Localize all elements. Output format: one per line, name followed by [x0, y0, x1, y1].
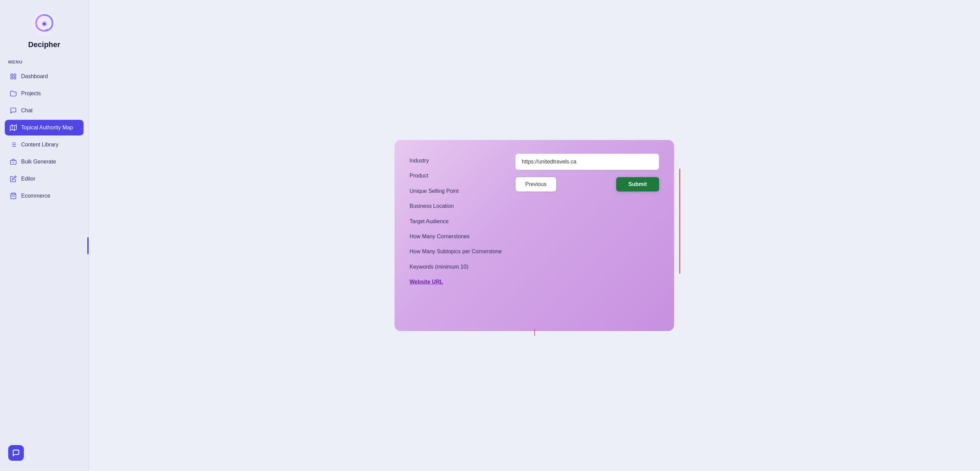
grid-icon [10, 73, 17, 80]
sidebar-item-label: Projects [21, 91, 41, 97]
step-unique-selling-point[interactable]: Unique Selling Point [409, 187, 501, 195]
bulk-icon [10, 158, 17, 166]
step-industry[interactable]: Industry [409, 157, 501, 164]
step-how-many-cornerstones[interactable]: How Many Cornerstones [409, 233, 501, 240]
button-row: Previous Submit [515, 177, 659, 192]
step-website-url[interactable]: Website URL [409, 278, 501, 286]
step-business-location[interactable]: Business Location [409, 203, 501, 210]
shop-icon [10, 192, 17, 200]
svg-rect-4 [14, 74, 16, 76]
svg-point-2 [43, 22, 46, 25]
sidebar-item-chat[interactable]: Chat [5, 103, 84, 118]
sidebar-item-projects[interactable]: Projects [5, 86, 84, 101]
steps-list: Industry Product Unique Selling Point Bu… [409, 153, 501, 318]
step-content-area: Previous Submit [515, 153, 659, 318]
logo-text: Decipher [28, 40, 60, 49]
sidebar-item-label: Editor [21, 176, 35, 182]
logo-icon [31, 10, 58, 38]
sidebar-item-label: Content Library [21, 142, 58, 148]
svg-marker-7 [10, 125, 16, 131]
chat-support-button[interactable] [8, 445, 24, 461]
red-line-bottom [535, 329, 535, 336]
website-url-input[interactable] [515, 153, 659, 170]
step-target-audience[interactable]: Target Audience [409, 218, 501, 225]
sidebar-item-content-library[interactable]: Content Library [5, 137, 84, 153]
sidebar-item-label: Dashboard [21, 73, 48, 80]
sidebar-item-label: Topical Authority Map [21, 125, 73, 131]
sidebar-item-dashboard[interactable]: Dashboard [5, 69, 84, 84]
previous-button[interactable]: Previous [515, 177, 556, 192]
map-icon [10, 124, 17, 131]
library-icon [10, 141, 17, 148]
sidebar-item-label: Chat [21, 107, 33, 113]
card-inner: Industry Product Unique Selling Point Bu… [409, 153, 659, 318]
step-how-many-subtopics[interactable]: How Many Subtopics per Cornerstone [409, 248, 501, 255]
menu-label: MENU [0, 59, 88, 64]
red-line-right [679, 169, 680, 274]
nav-list: Dashboard Projects Chat [0, 69, 88, 205]
step-product[interactable]: Product [409, 172, 501, 179]
sidebar-item-label: Bulk Generate [21, 159, 56, 165]
sidebar-item-ecommerce[interactable]: Ecommerce [5, 188, 84, 204]
sidebar: Decipher MENU Dashboard Projects [0, 0, 89, 471]
svg-rect-6 [14, 77, 16, 79]
logo-area: Decipher [28, 7, 60, 49]
svg-rect-5 [11, 77, 13, 79]
sidebar-item-topical-authority-map[interactable]: Topical Authority Map [5, 120, 84, 136]
chat-icon [10, 107, 17, 114]
svg-rect-3 [11, 74, 13, 76]
active-indicator [87, 237, 89, 254]
edit-icon [10, 175, 17, 183]
step-keywords[interactable]: Keywords (minimum 10) [409, 263, 501, 271]
folder-icon [10, 90, 17, 97]
sidebar-item-editor[interactable]: Editor [5, 171, 84, 187]
wizard-card: Industry Product Unique Selling Point Bu… [395, 140, 674, 331]
main-content: Industry Product Unique Selling Point Bu… [89, 0, 980, 471]
submit-button[interactable]: Submit [616, 177, 659, 192]
sidebar-item-bulk-generate[interactable]: Bulk Generate [5, 154, 84, 169]
sidebar-item-label: Ecommerce [21, 193, 50, 199]
